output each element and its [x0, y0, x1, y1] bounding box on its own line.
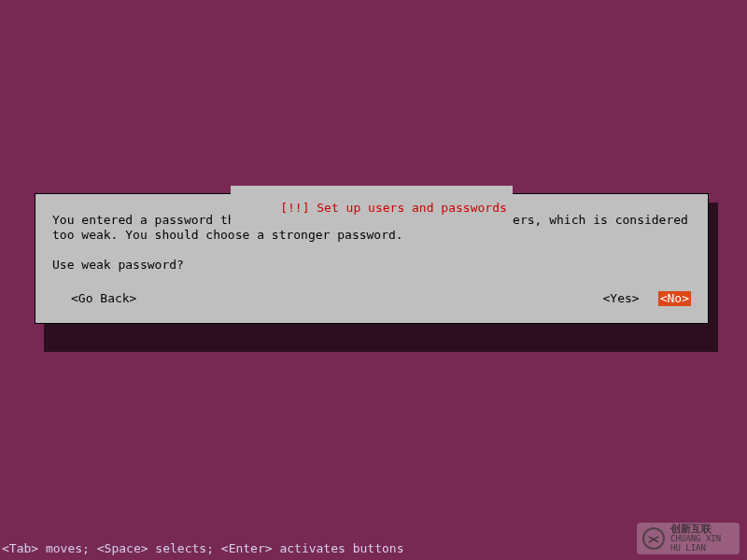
dialog-button-row: <Go Back> <Yes> <No>	[52, 291, 691, 306]
no-button[interactable]: <No>	[658, 291, 691, 306]
help-bar: <Tab> moves; <Space> selects; <Enter> ac…	[0, 541, 747, 560]
watermark-line1: 创新互联	[670, 525, 734, 534]
dialog: [!!] Set up users and passwords You ente…	[35, 193, 709, 324]
watermark-text: 创新互联 CHUANG XIN HU LIAN	[670, 525, 734, 553]
dialog-title-wrap: [!!] Set up users and passwords	[35, 186, 708, 231]
dialog-title-text: [!!] Set up users and passwords	[280, 201, 507, 215]
dialog-question: Use weak password?	[52, 258, 691, 273]
yes-button[interactable]: <Yes>	[601, 291, 641, 306]
watermark: 创新互联 CHUANG XIN HU LIAN	[637, 523, 740, 554]
go-back-button[interactable]: <Go Back>	[69, 291, 138, 306]
dialog-title: [!!] Set up users and passwords	[231, 186, 513, 231]
watermark-logo-icon	[642, 527, 665, 550]
watermark-line2: CHUANG XIN HU LIAN	[670, 534, 734, 553]
